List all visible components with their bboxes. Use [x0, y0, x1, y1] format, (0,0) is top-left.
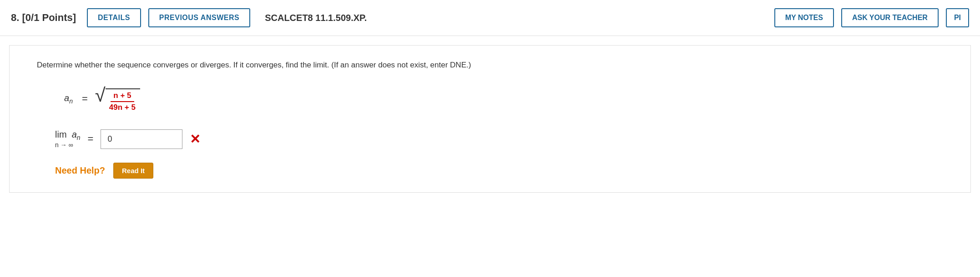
limit-expression: lim an n → ∞ [55, 129, 81, 149]
wrong-mark-icon: ✕ [190, 132, 200, 147]
limit-equals: = [88, 133, 94, 145]
previous-answers-button[interactable]: PREVIOUS ANSWERS [148, 8, 250, 27]
radical-sign-icon: √ [95, 86, 106, 105]
question-code: SCALCET8 11.1.509.XP. [265, 13, 367, 23]
page-container: 8. [0/1 Points] DETAILS PREVIOUS ANSWERS… [0, 0, 980, 277]
lim-text: lim an [55, 129, 81, 141]
need-help-area: Need Help? Read It [55, 163, 952, 179]
question-number: 8. [11, 12, 19, 23]
formula-lhs: an [64, 93, 73, 105]
limit-answer-input[interactable] [101, 129, 182, 149]
problem-description: Determine whether the sequence converges… [37, 59, 952, 71]
my-notes-button[interactable]: MY NOTES [774, 8, 834, 27]
radical-expression: √ n + 5 49n + 5 [95, 85, 140, 113]
question-label: 8. [0/1 Points] [11, 12, 76, 24]
formula-equals: = [82, 93, 88, 105]
details-button[interactable]: DETAILS [87, 8, 141, 27]
header-row: 8. [0/1 Points] DETAILS PREVIOUS ANSWERS… [0, 0, 980, 36]
read-it-button[interactable]: Read It [113, 163, 153, 179]
fraction-numerator: n + 5 [111, 90, 134, 102]
formula-area: an = √ n + 5 49n + 5 [64, 85, 952, 113]
ask-teacher-button[interactable]: ASK YOUR TEACHER [841, 8, 939, 27]
content-area: Determine whether the sequence converges… [9, 45, 971, 193]
practice-button[interactable]: PI [946, 8, 969, 27]
need-help-label: Need Help? [55, 165, 105, 176]
limit-subscript: n → ∞ [55, 141, 73, 149]
points-label: [0/1 Points] [22, 12, 76, 23]
fraction-denominator: 49n + 5 [106, 102, 138, 113]
fraction: n + 5 49n + 5 [106, 90, 138, 113]
limit-area: lim an n → ∞ = ✕ [55, 129, 952, 149]
lim-label: lim [55, 129, 67, 139]
radical-content: n + 5 49n + 5 [106, 88, 140, 113]
